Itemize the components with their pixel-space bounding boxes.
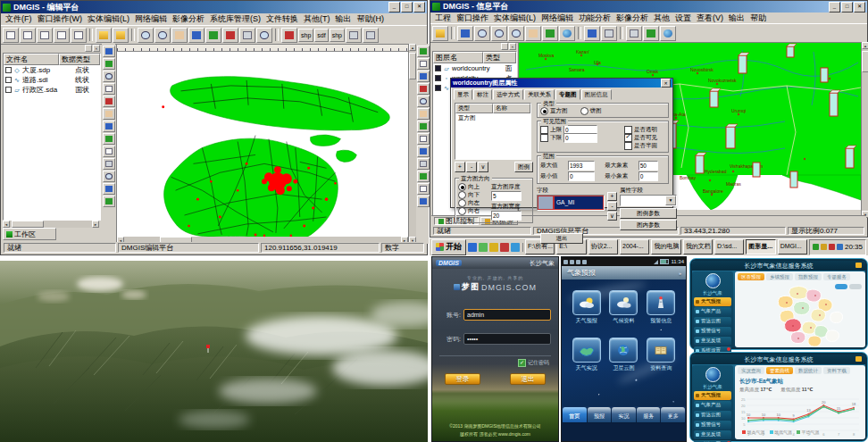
col-layername[interactable]: 图层名 xyxy=(433,52,483,63)
field-apply-icon[interactable]: ∨ xyxy=(607,212,617,221)
field-add-icon[interactable]: + xyxy=(607,192,617,201)
format-button[interactable]: shp xyxy=(330,29,345,42)
taskbar-button[interactable]: 图形显... xyxy=(746,239,775,254)
menu-item[interactable]: 设置 xyxy=(672,13,694,24)
menu-item[interactable]: 窗口操作 xyxy=(454,13,491,24)
direction-radio[interactable]: 向左 xyxy=(458,199,488,207)
flag-checkbox[interactable]: 是否半圆 xyxy=(624,142,665,150)
menu-item[interactable]: 输出 xyxy=(333,13,355,25)
explorer-icon[interactable] xyxy=(479,243,488,252)
tool-icon[interactable] xyxy=(417,196,430,207)
tray-icon[interactable] xyxy=(813,244,819,250)
menu-item[interactable]: 其他(T) xyxy=(301,13,333,25)
close-icon[interactable]: ✕ xyxy=(854,2,865,13)
delete-icon[interactable] xyxy=(222,28,238,43)
min-field[interactable] xyxy=(568,171,595,181)
remember-checkbox[interactable]: ✓ xyxy=(518,359,526,367)
dialog-tab[interactable]: 显示 xyxy=(454,89,472,100)
open-folder-icon[interactable] xyxy=(96,28,112,43)
tray-icon[interactable] xyxy=(829,244,835,250)
account-input[interactable] xyxy=(463,309,551,321)
select-icon[interactable] xyxy=(457,26,473,41)
layer-icon[interactable] xyxy=(584,26,600,41)
sidebar-item[interactable]: 天气预报 xyxy=(694,297,731,306)
shanghai-map-svg[interactable] xyxy=(117,52,408,238)
scroll-left-icon[interactable]: ◄ xyxy=(3,221,10,228)
tool-icon[interactable] xyxy=(103,146,115,157)
format-button[interactable]: shp xyxy=(298,29,313,42)
refresh-icon[interactable] xyxy=(542,26,558,41)
menu-item[interactable]: 帮助(H) xyxy=(355,13,388,25)
taskbar-button[interactable]: DMGI... xyxy=(778,239,807,254)
editor-titlebar[interactable]: DMGIS - 编辑平台 _ □ ✕ xyxy=(1,1,427,13)
file-row[interactable]: ▱ 行政区.sda 面状 xyxy=(4,85,100,95)
taskbar-button[interactable]: 我的文档 xyxy=(683,239,713,254)
sidebar-item[interactable]: 雷达云图 xyxy=(694,411,731,420)
tray-icon[interactable] xyxy=(821,244,827,250)
file-checkbox[interactable] xyxy=(5,67,12,73)
dialog-tab[interactable]: 图层信息 xyxy=(581,89,612,100)
stop-icon[interactable] xyxy=(281,28,297,43)
menu-item[interactable]: 功能分析 xyxy=(576,13,613,24)
menu-item[interactable]: 影像分析 xyxy=(613,13,651,24)
exit-button[interactable]: 退出 xyxy=(510,373,546,385)
maximize-icon[interactable]: □ xyxy=(401,2,413,13)
chart-icon[interactable] xyxy=(643,26,659,41)
tray-icon[interactable] xyxy=(837,244,843,250)
tool-icon[interactable] xyxy=(103,83,115,95)
minpix-field[interactable] xyxy=(638,171,658,181)
workspace-tab[interactable]: 工作区 xyxy=(3,228,56,240)
menu-item[interactable]: 窗口操作(W) xyxy=(35,13,86,25)
panel-float-icon[interactable] xyxy=(501,43,508,50)
app-tile[interactable]: 气候资料 xyxy=(608,290,640,325)
tool-icon[interactable] xyxy=(417,58,430,70)
format-button[interactable]: sdf xyxy=(314,29,328,42)
menu-item[interactable]: 文件转换 xyxy=(263,13,301,25)
dialog-tab[interactable]: 专题图 xyxy=(555,89,580,100)
menu-item[interactable]: 实体编辑(L) xyxy=(85,13,132,25)
sidebar-item[interactable]: 预警信号 xyxy=(694,327,731,336)
desktop-icon[interactable] xyxy=(468,243,477,252)
panel-close-icon[interactable]: ✕ xyxy=(93,45,100,52)
type-radio[interactable]: 饼图 xyxy=(580,107,602,115)
field-list[interactable]: GA_MI xyxy=(537,195,605,211)
login-button[interactable]: 登录 xyxy=(445,373,480,385)
menu-item[interactable]: 实体编辑(L) xyxy=(491,13,538,24)
layer-checkbox[interactable] xyxy=(435,75,441,81)
new-icon[interactable] xyxy=(54,28,70,43)
portal-tab[interactable]: 乡镇预报 xyxy=(766,273,793,280)
portal-tab[interactable]: 数据统计 xyxy=(795,367,822,374)
tool-icon[interactable] xyxy=(103,96,115,107)
col-type[interactable]: 类型 xyxy=(455,104,493,113)
open-folder-icon[interactable] xyxy=(113,28,129,43)
tool-icon[interactable] xyxy=(417,46,430,57)
folder-icon[interactable] xyxy=(489,243,498,252)
portal-tab[interactable]: 指数预报 xyxy=(795,273,822,280)
maximize-icon[interactable]: □ xyxy=(841,2,853,13)
open-folder-icon[interactable] xyxy=(432,26,448,41)
tool-icon[interactable] xyxy=(103,171,115,182)
max-field[interactable] xyxy=(568,161,595,171)
menu-item[interactable]: 输出 xyxy=(726,13,747,24)
dialog-tab[interactable]: 标注 xyxy=(473,89,492,100)
zoom-icon[interactable] xyxy=(256,28,272,43)
portal-titlebar[interactable]: 长沙市气象信息服务系统 xyxy=(692,261,865,271)
map-vscrollbar[interactable]: ▲ ▼ xyxy=(409,44,416,244)
globe-icon[interactable] xyxy=(559,26,575,41)
inner-param-button[interactable]: 图内参数 xyxy=(620,220,677,230)
nav-tab[interactable]: 更多 xyxy=(661,407,685,422)
menu-item[interactable]: 影像分析 xyxy=(170,13,207,25)
sidebar-item[interactable]: 气象产品 xyxy=(694,401,731,410)
edit-icon[interactable] xyxy=(205,28,221,43)
lower-field[interactable] xyxy=(563,133,597,143)
minimize-icon[interactable]: _ xyxy=(829,2,840,13)
theme-list[interactable]: 类型 名称 直方图 xyxy=(455,103,531,160)
tool-icon[interactable] xyxy=(103,71,115,82)
tool-icon[interactable] xyxy=(417,183,430,195)
sidebar-item[interactable]: 雷达云图 xyxy=(694,317,731,326)
panel-close-icon[interactable]: ✕ xyxy=(509,43,516,50)
grid-icon[interactable] xyxy=(239,28,255,43)
print-icon[interactable] xyxy=(363,28,379,43)
dialog-close-icon[interactable]: ✕ xyxy=(661,79,671,88)
zoom-in-icon[interactable] xyxy=(474,26,490,41)
